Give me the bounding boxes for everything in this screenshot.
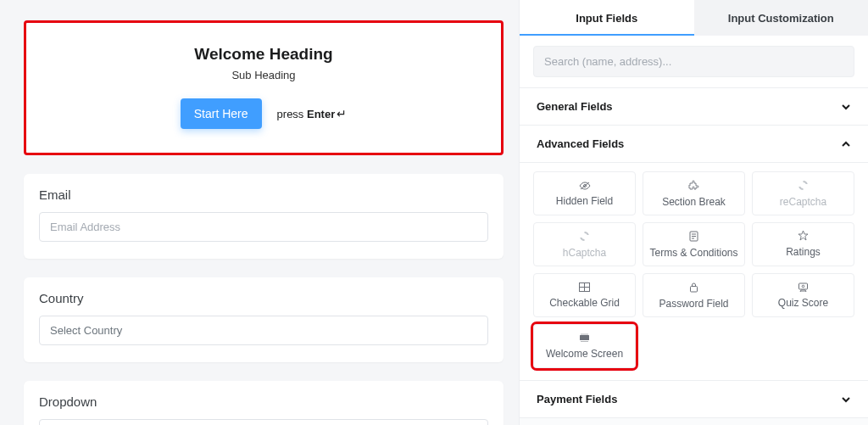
sidebar: Input Fields Input Customization General… [519,0,868,425]
tile-label: Hidden Field [556,195,613,207]
dropdown-field-block[interactable]: Dropdown - Select - [24,381,504,425]
svg-rect-13 [581,333,588,334]
tile-label: Quiz Score [778,297,828,309]
star-icon [798,231,809,243]
svg-rect-9 [691,286,698,292]
welcome-actions: Start Here press Enter↵ [181,98,347,129]
tile-label: Welcome Screen [546,348,623,360]
section-advanced-fields[interactable]: Advanced Fields [520,126,868,163]
dropdown-label: Dropdown [39,394,488,409]
tile-label: Ratings [786,246,821,258]
welcome-subheading: Sub Heading [43,69,484,81]
country-select[interactable]: Select Country [39,316,488,345]
svg-rect-10 [799,283,808,289]
tile-label: Section Break [662,196,726,208]
tile-quiz-score[interactable]: Quiz Score [752,273,854,317]
tile-label: Terms & Conditions [649,247,737,259]
tile-label: reCaptcha [780,196,826,208]
svg-rect-12 [580,335,589,340]
chevron-up-icon [841,139,851,149]
welcome-screen-block[interactable]: Welcome Heading Sub Heading Start Here p… [24,20,504,155]
tile-ratings[interactable]: Ratings [752,222,854,266]
section-general-label: General Fields [537,100,613,113]
trophy-icon [798,282,809,294]
sidebar-tabs: Input Fields Input Customization [520,0,868,36]
welcome-heading: Welcome Heading [43,45,484,64]
chevron-down-icon [841,394,851,405]
eye-slash-icon [579,181,591,192]
tile-hidden-field[interactable]: Hidden Field [533,171,636,215]
tile-checkable-grid[interactable]: Checkable Grid [533,273,636,317]
hcaptcha-icon [579,231,590,243]
puzzle-icon [688,180,699,193]
press-enter-hint: press Enter↵ [277,107,348,120]
search-input[interactable] [533,46,854,77]
tile-label: Password Field [659,298,728,310]
tile-section-break[interactable]: Section Break [643,171,745,215]
tile-terms-conditions[interactable]: Terms & Conditions [643,222,745,266]
section-general-fields[interactable]: General Fields [520,88,868,126]
email-label: Email [39,187,488,202]
dropdown-select[interactable]: - Select - [39,419,488,425]
document-icon [689,231,698,243]
search-wrap [520,36,868,87]
recaptcha-icon [798,180,809,193]
section-payment-label: Payment Fields [537,393,617,405]
screen-icon [579,333,590,344]
start-here-button[interactable]: Start Here [181,98,262,129]
advanced-fields-body: Hidden Field Section Break reCaptcha [520,163,868,381]
section-payment-fields[interactable]: Payment Fields [520,381,868,418]
country-label: Country [39,291,488,305]
tile-password-field[interactable]: Password Field [643,273,745,317]
tile-label: Checkable Grid [549,297,620,309]
svg-point-11 [802,285,804,288]
tile-recaptcha: reCaptcha [752,171,854,215]
lock-icon [689,282,698,294]
accordion: General Fields Advanced Fields [520,87,868,418]
email-input[interactable] [39,212,488,242]
tile-label: hCaptcha [563,247,606,259]
tab-input-fields[interactable]: Input Fields [520,0,694,36]
tab-input-customization[interactable]: Input Customization [694,0,869,36]
tile-hcaptcha: hCaptcha [533,222,636,266]
section-advanced-label: Advanced Fields [537,137,624,150]
chevron-down-icon [841,102,851,112]
svg-rect-14 [581,341,588,342]
country-field-block[interactable]: Country Select Country [24,277,504,362]
grid-icon [579,282,590,294]
form-canvas: Welcome Heading Sub Heading Start Here p… [0,0,519,425]
email-field-block[interactable]: Email [24,174,504,259]
tile-welcome-screen[interactable]: Welcome Screen [533,324,636,368]
